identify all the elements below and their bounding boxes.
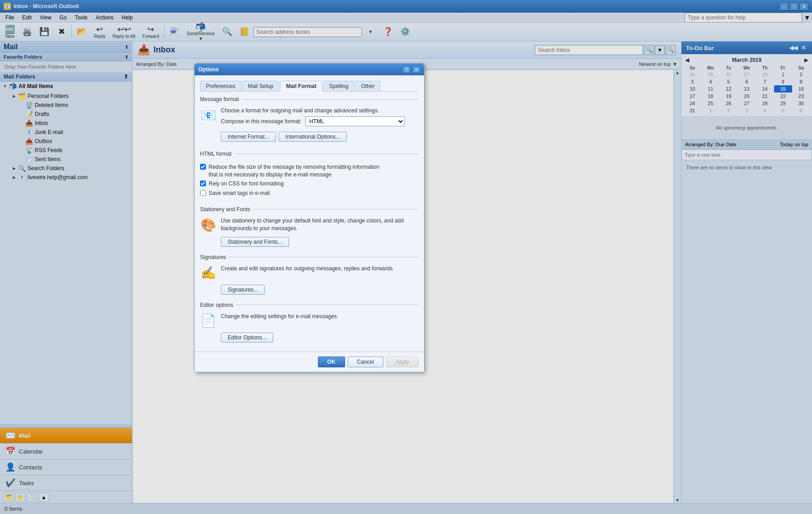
signatures-content: ✍️ Create and edit signatures for outgoi…: [200, 263, 419, 298]
ok-btn[interactable]: OK: [318, 357, 345, 367]
editor-btn-row: Editor Options...: [221, 333, 419, 343]
editor-section-header: Editor options: [200, 302, 419, 308]
dialog-tabs: Preferences Mail Setup Mail Format Spell…: [200, 81, 419, 92]
signatures-row: ✍️ Create and edit signatures for outgoi…: [200, 265, 419, 281]
signatures-btn[interactable]: Signatures...: [221, 285, 265, 295]
message-format-desc: Choose a format for outgoing mail and ch…: [221, 107, 405, 115]
compose-format-select[interactable]: HTML Rich Text Plain Text: [305, 116, 405, 126]
tab-mail-format[interactable]: Mail Format: [280, 81, 322, 92]
message-format-section-header: Message format: [200, 96, 419, 102]
stationery-fonts-btn[interactable]: Stationery and Fonts...: [221, 237, 289, 247]
editor-icon: 📄: [201, 313, 216, 328]
stationery-icon-box: 🎨: [200, 217, 216, 233]
checkbox1-row: Reduce the file size of the message by r…: [200, 163, 419, 179]
stationery-section-header: Stationery and Fonts: [200, 206, 419, 213]
message-format-icon-box: 📧: [200, 107, 216, 123]
tab-other[interactable]: Other: [355, 81, 380, 91]
editor-options-btn[interactable]: Editor Options...: [221, 333, 273, 343]
stationery-text-area: Use stationery to change your default fo…: [221, 217, 419, 232]
checkbox1-label: Reduce the file size of the message by r…: [209, 163, 379, 179]
editor-desc: Change the editing settings for e-mail m…: [221, 313, 338, 320]
stationery-desc: Use stationery to change your default fo…: [221, 217, 419, 232]
signatures-desc: Create and edit signatures for outgoing …: [221, 265, 394, 273]
message-format-icon: 📧: [201, 108, 216, 123]
message-format-content: 📧 Choose a format for outgoing mail and …: [200, 105, 419, 147]
editor-content: 📄 Change the editing settings for e-mail…: [200, 311, 419, 346]
internet-format-btn[interactable]: Internet Format...: [221, 132, 276, 142]
compose-format-row: Compose in this message format: HTML Ric…: [221, 116, 405, 126]
stationery-btn-row: Stationery and Fonts...: [221, 237, 419, 247]
compose-label: Compose in this message format:: [221, 118, 302, 125]
signatures-section-header: Signatures: [200, 254, 419, 260]
editor-row: 📄 Change the editing settings for e-mail…: [200, 313, 419, 329]
message-format-text-area: Choose a format for outgoing mail and ch…: [221, 107, 405, 128]
checkbox3-label: Save smart tags in e-mail: [209, 190, 270, 197]
checkbox1[interactable]: [200, 164, 206, 170]
dialog-footer: OK Cancel Apply: [195, 352, 424, 372]
tab-preferences[interactable]: Preferences: [200, 81, 241, 91]
tab-mail-setup[interactable]: Mail Setup: [242, 81, 280, 91]
dialog-title-buttons: ? ✕: [402, 66, 420, 73]
checkbox2-label: Rely on CSS for font formatting: [209, 180, 284, 188]
modal-overlay: Options ? ✕ Preferences Mail Setup Mail …: [0, 0, 812, 514]
signatures-icon-box: ✍️: [200, 265, 216, 281]
dialog-title: Options: [198, 66, 219, 73]
editor-text-area: Change the editing settings for e-mail m…: [221, 313, 338, 320]
html-format-content: Reduce the file size of the message by r…: [200, 160, 419, 203]
stationery-content: 🎨 Use stationery to change your default …: [200, 215, 419, 250]
checkbox3[interactable]: [200, 190, 206, 196]
stationery-icon: 🎨: [201, 218, 216, 232]
checkbox2-row: Rely on CSS for font formatting: [200, 180, 419, 188]
stationery-row: 🎨 Use stationery to change your default …: [200, 217, 419, 233]
dialog-body: Preferences Mail Setup Mail Format Spell…: [195, 75, 424, 352]
checkbox2[interactable]: [200, 181, 206, 186]
tab-spelling[interactable]: Spelling: [323, 81, 355, 91]
message-format-row: 📧 Choose a format for outgoing mail and …: [200, 107, 419, 128]
international-options-btn[interactable]: International Options...: [279, 132, 347, 142]
html-format-section-header: HTML format: [200, 151, 419, 157]
dialog-help-btn[interactable]: ?: [402, 66, 411, 73]
editor-icon-box: 📄: [200, 313, 216, 329]
format-buttons-row: Internet Format... International Options…: [221, 132, 419, 142]
signatures-icon: ✍️: [201, 265, 216, 280]
signatures-text-area: Create and edit signatures for outgoing …: [221, 265, 394, 273]
apply-btn[interactable]: Apply: [386, 357, 419, 367]
checkbox3-row: Save smart tags in e-mail: [200, 190, 419, 197]
signatures-btn-row: Signatures...: [221, 285, 419, 295]
cancel-btn[interactable]: Cancel: [348, 357, 383, 367]
dialog-close-btn[interactable]: ✕: [412, 66, 420, 73]
dialog-titlebar: Options ? ✕: [195, 64, 424, 75]
options-dialog: Options ? ✕ Preferences Mail Setup Mail …: [194, 63, 425, 372]
